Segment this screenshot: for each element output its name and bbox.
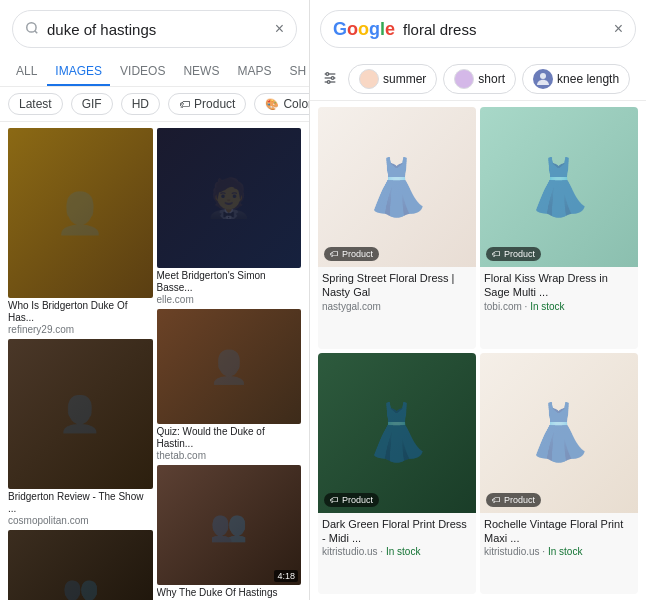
left-filter-row: Latest GIF HD 🏷 Product 🎨 Color: [0, 87, 309, 122]
product-badge: 🏷 Product: [324, 493, 379, 507]
chip-short[interactable]: short: [443, 64, 516, 94]
chip-short-label: short: [478, 72, 505, 86]
product-title: Spring Street Floral Dress | Nasty Gal: [322, 271, 472, 300]
left-nav-tabs: ALL IMAGES VIDEOS NEWS MAPS SH: [0, 58, 309, 87]
filter-hd[interactable]: HD: [121, 93, 160, 115]
right-filter-row: summer short knee length: [310, 58, 646, 101]
chip-summer[interactable]: summer: [348, 64, 437, 94]
chip-summer-label: summer: [383, 72, 426, 86]
product-icon: 🏷: [179, 98, 190, 110]
image-source: elle.com: [157, 294, 302, 305]
filter-gif[interactable]: GIF: [71, 93, 113, 115]
product-badge: 🏷 Product: [324, 247, 379, 261]
product-badge: 🏷 Product: [486, 493, 541, 507]
color-icon: 🎨: [265, 98, 279, 111]
image-source: cosmopolitan.com: [8, 515, 153, 526]
tab-videos[interactable]: VIDEOS: [112, 58, 173, 86]
product-source: kitristudio.us · In stock: [322, 546, 472, 557]
gif-label: GIF: [82, 97, 102, 111]
video-duration: 4:18: [274, 570, 298, 582]
product-stock: In stock: [386, 546, 420, 557]
filter-product[interactable]: 🏷 Product: [168, 93, 246, 115]
right-product-grid: 👗 🏷 Product Spring Street Floral Dress |…: [310, 101, 646, 600]
filter-latest[interactable]: Latest: [8, 93, 63, 115]
svg-point-7: [327, 80, 330, 83]
svg-point-5: [326, 72, 329, 75]
list-item[interactable]: 👥 4:18 Why The Duke Of Hastings Fro... y…: [157, 465, 302, 600]
product-label: Product: [194, 97, 235, 111]
tab-all[interactable]: ALL: [8, 58, 45, 86]
product-source: nastygal.com: [322, 301, 472, 312]
left-clear-icon[interactable]: ×: [275, 20, 284, 38]
filter-color[interactable]: 🎨 Color: [254, 93, 309, 115]
product-title: Floral Kiss Wrap Dress in Sage Multi ...: [484, 271, 634, 300]
product-card[interactable]: 👗 🏷 Product Spring Street Floral Dress |…: [318, 107, 476, 349]
svg-point-6: [331, 76, 334, 79]
chip-knee-label: knee length: [557, 72, 619, 86]
list-item[interactable]: 🤵 Meet Bridgerton's Simon Basse... elle.…: [157, 128, 302, 305]
color-label: Color: [283, 97, 309, 111]
list-item[interactable]: 👤 Who Is Bridgerton Duke Of Has... refin…: [8, 128, 153, 335]
short-swatch: [454, 69, 474, 89]
knee-length-avatar: [533, 69, 553, 89]
product-stock: In stock: [530, 301, 564, 312]
svg-line-1: [35, 30, 38, 33]
product-title: Rochelle Vintage Floral Print Maxi ...: [484, 517, 634, 546]
chip-knee-length[interactable]: knee length: [522, 64, 630, 94]
right-search-input[interactable]: [403, 21, 614, 38]
left-image-col-2: 🤵 Meet Bridgerton's Simon Basse... elle.…: [157, 128, 302, 594]
filter-adjust-icon[interactable]: [318, 66, 342, 93]
list-item[interactable]: 👤 Quiz: Would the Duke of Hastin... thet…: [157, 309, 302, 461]
product-title: Dark Green Floral Print Dress - Midi ...: [322, 517, 472, 546]
tab-news[interactable]: NEWS: [175, 58, 227, 86]
right-clear-icon[interactable]: ×: [614, 20, 623, 38]
svg-point-0: [27, 22, 36, 31]
image-caption: Why The Duke Of Hastings Fro...: [157, 587, 302, 600]
hd-label: HD: [132, 97, 149, 111]
left-image-grid: 👤 Who Is Bridgerton Duke Of Has... refin…: [0, 122, 309, 600]
left-search-input[interactable]: [47, 21, 275, 38]
search-icon: [25, 21, 39, 38]
list-item[interactable]: 👥 Why The Duke Of Hastings Fro...: [8, 530, 153, 600]
image-caption: Who Is Bridgerton Duke Of Has...: [8, 300, 153, 324]
right-search-bar: Google ×: [320, 10, 636, 48]
summer-swatch: [359, 69, 379, 89]
product-badge: 🏷 Product: [486, 247, 541, 261]
google-logo: Google: [333, 19, 395, 40]
image-source: thetab.com: [157, 450, 302, 461]
image-caption: Quiz: Would the Duke of Hastin...: [157, 426, 302, 450]
product-card[interactable]: 👗 🏷 Product Floral Kiss Wrap Dress in Sa…: [480, 107, 638, 349]
image-source: refinery29.com: [8, 324, 153, 335]
svg-point-8: [540, 73, 546, 79]
list-item[interactable]: 👤 Bridgerton Review - The Show ... cosmo…: [8, 339, 153, 526]
tab-images[interactable]: IMAGES: [47, 58, 110, 86]
product-source: kitristudio.us · In stock: [484, 546, 634, 557]
product-card[interactable]: 👗 🏷 Product Dark Green Floral Print Dres…: [318, 353, 476, 595]
tab-maps[interactable]: MAPS: [229, 58, 279, 86]
product-stock: In stock: [548, 546, 582, 557]
image-caption: Bridgerton Review - The Show ...: [8, 491, 153, 515]
tab-sh[interactable]: SH: [281, 58, 310, 86]
left-search-bar: ×: [12, 10, 297, 48]
right-panel: Google × summer short knee length: [310, 0, 646, 600]
product-source: tobi.com · In stock: [484, 301, 634, 312]
image-caption: Meet Bridgerton's Simon Basse...: [157, 270, 302, 294]
product-card[interactable]: 👗 🏷 Product Rochelle Vintage Floral Prin…: [480, 353, 638, 595]
left-image-col-1: 👤 Who Is Bridgerton Duke Of Has... refin…: [8, 128, 153, 594]
left-panel: × ALL IMAGES VIDEOS NEWS MAPS SH Latest …: [0, 0, 310, 600]
